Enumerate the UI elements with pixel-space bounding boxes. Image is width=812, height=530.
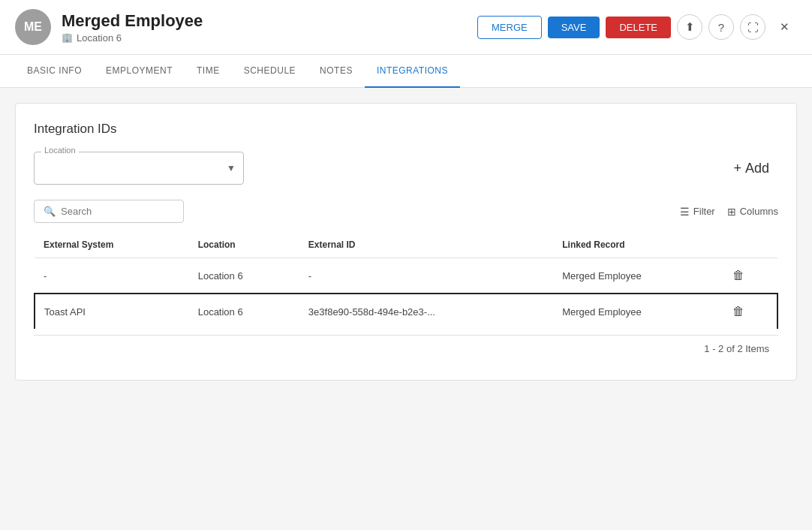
location-field-label: Location xyxy=(41,146,79,155)
col-linked-record: Linked Record xyxy=(553,232,723,258)
cell-external-system: Toast API xyxy=(35,294,189,329)
col-location: Location xyxy=(189,232,299,258)
cell-location: Location 6 xyxy=(189,294,299,329)
table-header: External System Location External ID Lin… xyxy=(35,232,777,258)
cell-external-id: - xyxy=(299,258,553,294)
cell-linked-record: Merged Employee xyxy=(553,294,723,329)
columns-label: Columns xyxy=(740,206,778,217)
table-row-selected: Toast API Location 6 3e3f8e90-558d-494e-… xyxy=(35,294,777,329)
location-add-row: Location Location 6 ▼ + Add xyxy=(34,152,778,185)
filter-icon: ☰ xyxy=(680,206,690,218)
search-input[interactable] xyxy=(61,206,174,217)
integration-ids-card: Integration IDs Location Location 6 ▼ + … xyxy=(15,103,797,381)
toolbar-right: ☰ Filter ⊞ Columns xyxy=(680,206,778,218)
col-external-id: External ID xyxy=(299,232,553,258)
add-label: Add xyxy=(745,161,769,176)
tab-notes[interactable]: NOTES xyxy=(308,55,365,88)
location-select[interactable]: Location 6 xyxy=(42,163,227,174)
main-content: Integration IDs Location Location 6 ▼ + … xyxy=(0,88,812,396)
col-actions xyxy=(723,232,777,258)
section-title: Integration IDs xyxy=(34,122,778,137)
expand-button[interactable]: ⛶ xyxy=(740,14,765,40)
close-button[interactable]: ✕ xyxy=(771,14,797,40)
merge-button[interactable]: MERGE xyxy=(477,16,542,39)
columns-button[interactable]: ⊞ Columns xyxy=(727,206,778,218)
chevron-down-icon: ▼ xyxy=(227,163,236,173)
avatar: ME xyxy=(15,9,51,45)
cell-external-system: - xyxy=(35,258,189,294)
table-footer: 1 - 2 of 2 Items xyxy=(34,335,778,362)
filter-button[interactable]: ☰ Filter xyxy=(680,206,715,218)
cell-delete[interactable]: 🗑 xyxy=(723,258,777,294)
nav-tabs: BASIC INFO EMPLOYMENT TIME SCHEDULE NOTE… xyxy=(0,55,812,88)
columns-icon: ⊞ xyxy=(727,206,736,218)
employee-name: Merged Employee xyxy=(62,11,467,31)
tab-basic-info[interactable]: BASIC INFO xyxy=(15,55,94,88)
location-select-wrapper[interactable]: Location 6 ▼ xyxy=(34,152,244,185)
header-info: Merged Employee 🏢 Location 6 xyxy=(62,11,467,44)
delete-row-icon[interactable]: 🗑 xyxy=(732,269,744,282)
help-button[interactable]: ? xyxy=(708,14,734,40)
plus-icon: + xyxy=(733,161,741,176)
search-box[interactable]: 🔍 xyxy=(34,200,184,223)
tab-employment[interactable]: EMPLOYMENT xyxy=(94,55,185,88)
upload-button[interactable]: ⬆ xyxy=(677,14,702,40)
building-icon: 🏢 xyxy=(62,32,73,43)
filter-label: Filter xyxy=(693,206,715,217)
location-field-group: Location Location 6 ▼ xyxy=(34,152,244,185)
toolbar: 🔍 ☰ Filter ⊞ Columns xyxy=(34,200,778,223)
location-label: Location 6 xyxy=(77,32,122,44)
tab-time[interactable]: TIME xyxy=(185,55,232,88)
header: ME Merged Employee 🏢 Location 6 MERGE SA… xyxy=(0,0,812,55)
table-body: - Location 6 - Merged Employee 🗑 Toast A… xyxy=(35,258,777,330)
col-external-system: External System xyxy=(35,232,189,258)
cell-external-id: 3e3f8e90-558d-494e-b2e3-... xyxy=(299,294,553,329)
tab-schedule[interactable]: SCHEDULE xyxy=(232,55,308,88)
delete-button[interactable]: DELETE xyxy=(606,17,671,38)
table-header-row: External System Location External ID Lin… xyxy=(35,232,777,258)
header-actions: MERGE SAVE DELETE ⬆ ? ⛶ ✕ xyxy=(477,14,797,40)
table-row: - Location 6 - Merged Employee 🗑 xyxy=(35,258,777,294)
save-button[interactable]: SAVE xyxy=(548,17,600,38)
integrations-table: External System Location External ID Lin… xyxy=(34,232,778,329)
search-icon: 🔍 xyxy=(44,206,56,217)
employee-location: 🏢 Location 6 xyxy=(62,32,467,44)
cell-location: Location 6 xyxy=(189,258,299,294)
cell-delete[interactable]: 🗑 xyxy=(723,294,777,329)
add-button[interactable]: + Add xyxy=(724,153,778,184)
cell-linked-record: Merged Employee xyxy=(553,258,723,294)
tab-integrations[interactable]: INTEGRATIONS xyxy=(365,55,460,88)
delete-row-icon[interactable]: 🗑 xyxy=(732,305,744,318)
